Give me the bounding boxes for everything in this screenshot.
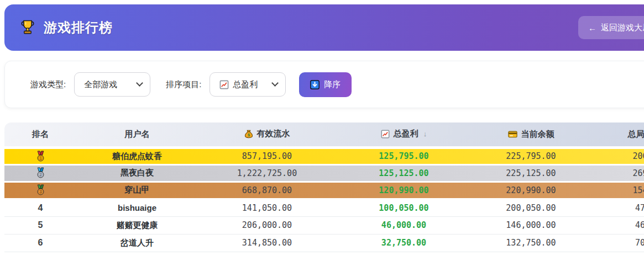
sort-item-value: 总盈利 bbox=[233, 79, 258, 90]
balance-cell: 225,795.00 bbox=[472, 147, 590, 164]
page-header: 游戏排行榜 ← 返回游戏大厅 bbox=[4, 4, 644, 51]
rounds-cell: 70 bbox=[590, 234, 644, 252]
col-username: 用户名 bbox=[76, 122, 198, 147]
balance-cell: 146,000.00 bbox=[472, 216, 590, 234]
profit-cell: 125,125.00 bbox=[336, 164, 472, 182]
credit-card-icon bbox=[508, 131, 517, 138]
sort-descending-button[interactable]: 降序 bbox=[299, 72, 352, 97]
rounds-cell: 47 bbox=[590, 199, 644, 216]
game-type-label: 游戏类型: bbox=[30, 79, 66, 90]
rank-cell: 1 bbox=[4, 147, 76, 164]
chart-increasing-icon bbox=[381, 130, 390, 139]
sort-item-label: 排序项目: bbox=[166, 79, 201, 90]
balance-cell: 132,750.00 bbox=[472, 234, 590, 252]
game-type-value: 全部游戏 bbox=[84, 79, 117, 90]
profit-cell: 120,990.00 bbox=[336, 182, 472, 199]
rounds-cell: 154 bbox=[590, 182, 644, 199]
svg-text:3: 3 bbox=[39, 190, 41, 194]
leaderboard-page: 游戏排行榜 ← 返回游戏大厅 游戏类型: 全部游戏 排序项目: 总盈利 bbox=[0, 0, 644, 261]
turnover-cell: 141,050.00 bbox=[198, 199, 336, 216]
svg-text:2: 2 bbox=[39, 173, 41, 177]
turnover-cell: 857,195.00 bbox=[198, 147, 336, 164]
username-cell: 赌赌更健康 bbox=[76, 216, 198, 234]
rank-cell: 3 bbox=[4, 182, 76, 199]
sort-descending-label: 降序 bbox=[324, 79, 341, 90]
rank-cell: 4 bbox=[4, 199, 76, 216]
filter-bar: 游戏类型: 全部游戏 排序项目: 总盈利 降序 bbox=[4, 61, 644, 108]
chart-increasing-icon bbox=[219, 80, 229, 89]
turnover-cell: 314,850.00 bbox=[198, 234, 336, 252]
title-wrap: 游戏排行榜 bbox=[4, 19, 113, 36]
username-cell: 岔道人升 bbox=[76, 234, 198, 252]
rounds-cell: 206 bbox=[590, 147, 644, 164]
username-cell: 穿山甲 bbox=[76, 182, 198, 199]
sort-direction-arrow: ↓ bbox=[423, 130, 427, 138]
table-row-rank6: 6 岔道人升 314,850.00 32,750.00 132,750.00 7… bbox=[4, 234, 644, 252]
col-balance: 当前余额 bbox=[472, 122, 590, 147]
back-to-lobby-button[interactable]: ← 返回游戏大厅 bbox=[578, 16, 644, 39]
table-row-rank4: 4 bishuaige 141,050.00 100,050.00 200,05… bbox=[4, 199, 644, 216]
table-header-row: 排名 用户名 $ 有效流水 bbox=[4, 122, 644, 147]
money-bag-icon: $ bbox=[244, 130, 253, 139]
sort-item-select[interactable]: 总盈利 bbox=[210, 72, 286, 97]
rounds-cell: 269 bbox=[590, 164, 644, 182]
turnover-cell: 668,870.00 bbox=[198, 182, 336, 199]
col-turnover: $ 有效流水 bbox=[198, 122, 336, 147]
trophy-icon bbox=[19, 19, 36, 36]
rank-cell: 6 bbox=[4, 234, 76, 252]
rank-cell: 2 bbox=[4, 164, 76, 182]
chevron-down-icon bbox=[271, 79, 279, 87]
col-profit[interactable]: 总盈利 ↓ bbox=[336, 122, 472, 147]
chevron-down-icon bbox=[136, 79, 143, 87]
profit-cell: 125,795.00 bbox=[336, 147, 472, 164]
down-arrow-icon bbox=[310, 80, 320, 89]
profit-cell: 100,050.00 bbox=[336, 199, 472, 216]
gold-medal-icon: 1 bbox=[35, 151, 46, 162]
col-rank: 排名 bbox=[4, 122, 76, 147]
username-cell: 黑夜白夜 bbox=[76, 164, 198, 182]
balance-cell: 200,050.00 bbox=[472, 199, 590, 216]
table-row-rank1: 1 糖伯虎点蚊香 857,195.00 125,795.00 225,795.0… bbox=[4, 147, 644, 164]
profit-cell: 46,000.00 bbox=[336, 216, 472, 234]
username-cell: 糖伯虎点蚊香 bbox=[76, 147, 198, 164]
table-row-rank3: 3 穿山甲 668,870.00 120,990.00 220,990.00 1… bbox=[4, 182, 644, 199]
leaderboard-card: 排名 用户名 $ 有效流水 bbox=[4, 122, 644, 252]
rounds-cell: 46 bbox=[590, 216, 644, 234]
back-arrow-icon: ← bbox=[588, 23, 596, 33]
turnover-cell: 206,000.00 bbox=[198, 216, 336, 234]
table-row-rank5: 5 赌赌更健康 206,000.00 46,000.00 146,000.00 … bbox=[4, 216, 644, 234]
turnover-cell: 1,222,725.00 bbox=[198, 164, 336, 182]
svg-text:1: 1 bbox=[39, 156, 41, 159]
balance-cell: 220,990.00 bbox=[472, 182, 590, 199]
balance-cell: 225,125.00 bbox=[472, 164, 590, 182]
silver-medal-icon: 2 bbox=[35, 167, 46, 179]
bronze-medal-icon: 3 bbox=[35, 184, 46, 196]
game-type-select[interactable]: 全部游戏 bbox=[74, 72, 150, 97]
page-title: 游戏排行榜 bbox=[44, 19, 113, 36]
rank-cell: 5 bbox=[4, 216, 76, 234]
table-row-rank2: 2 黑夜白夜 1,222,725.00 125,125.00 225,125.0… bbox=[4, 164, 644, 182]
profit-cell: 32,750.00 bbox=[336, 234, 472, 252]
back-button-label: 返回游戏大厅 bbox=[601, 23, 644, 33]
username-cell: bishuaige bbox=[76, 199, 198, 216]
leaderboard-table: 排名 用户名 $ 有效流水 bbox=[4, 122, 644, 252]
col-rounds: 总局数 bbox=[590, 122, 644, 147]
